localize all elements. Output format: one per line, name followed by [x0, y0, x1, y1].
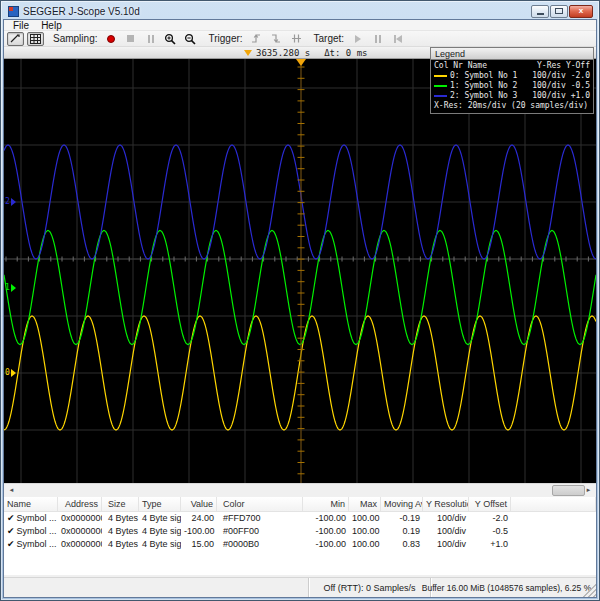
col-size[interactable]: Size — [102, 497, 139, 511]
legend-window: Legend Col Nr NameY-Res Y-Off 0: Symbol … — [430, 47, 594, 114]
record-icon — [107, 35, 115, 43]
play-icon — [355, 35, 361, 43]
marker-arrow-icon — [11, 198, 16, 206]
zoom-in-button[interactable] — [162, 32, 179, 46]
status-bar: Off (RTT): 0 Samples/s Buffer 16.00 MiB … — [4, 577, 596, 597]
target-label: Target: — [314, 33, 345, 44]
table-row[interactable]: ✔Symbol ... 0x00000000 4 Bytes 4 Byte si… — [4, 512, 596, 525]
pause-icon — [148, 35, 150, 43]
table-icon — [30, 34, 41, 44]
target-start-button[interactable] — [349, 32, 366, 46]
channel-marker-1[interactable]: 1 — [5, 284, 16, 292]
zoom-out-button[interactable] — [182, 32, 199, 46]
toolbar: Sampling: Trigger: Target: — [4, 31, 596, 47]
cursor-delta: Δt: 0 ms — [324, 48, 367, 58]
window-title: SEGGER J-Scope V5.10d — [23, 6, 530, 17]
waveform-plot[interactable]: 012 — [4, 59, 596, 483]
cursor-flag-icon — [244, 50, 252, 56]
col-address[interactable]: Address — [58, 497, 102, 511]
col-color[interactable]: Color — [217, 497, 303, 511]
enabled-check-icon[interactable]: ✔ — [7, 513, 15, 523]
zoom-in-icon — [164, 33, 177, 45]
legend-header-row: Col Nr NameY-Res Y-Off — [434, 61, 590, 71]
cursor-time: 3635.280 s — [256, 48, 310, 58]
trigger-rising-edge-button[interactable] — [248, 32, 265, 46]
waveform-canvas — [4, 59, 596, 483]
sampling-label: Sampling: — [53, 33, 97, 44]
rising-edge-icon — [251, 33, 262, 44]
graph-pane: 3635.280 s Δt: 0 ms 012 Legend Col Nr Na… — [4, 47, 596, 483]
col-type[interactable]: Type — [139, 497, 181, 511]
zoom-out-icon — [184, 33, 197, 45]
marker-arrow-icon — [11, 284, 16, 292]
trigger-level-icon — [291, 33, 302, 44]
graph-view-toggle-button[interactable] — [7, 32, 24, 46]
legend-row-1: 1: Symbol No 2100/div -0.5 — [434, 81, 590, 91]
sampling-start-button[interactable] — [102, 32, 119, 46]
enabled-check-icon[interactable]: ✔ — [7, 539, 15, 549]
minimize-button[interactable] — [531, 5, 549, 18]
marker-arrow-icon — [11, 369, 16, 377]
symbol-table: Name Address Size Type Value Color Min M… — [4, 497, 596, 575]
trigger-falling-edge-button[interactable] — [268, 32, 285, 46]
maximize-button[interactable] — [550, 5, 568, 18]
app-icon — [8, 6, 19, 17]
series-1-swatch — [434, 85, 447, 87]
reset-icon — [394, 35, 402, 43]
halt-icon — [375, 35, 377, 43]
scrollbar-thumb[interactable] — [552, 485, 585, 496]
legend-body: Col Nr NameY-Res Y-Off 0: Symbol No 1100… — [431, 60, 593, 113]
table-row[interactable]: ✔Symbol ... 0x00000000 4 Bytes 4 Byte si… — [4, 525, 596, 538]
sampling-pause-button[interactable] — [142, 32, 159, 46]
series-2-swatch — [434, 95, 447, 97]
maximize-icon — [555, 8, 563, 14]
col-value[interactable]: Value — [181, 497, 217, 511]
client-area: File Help Sampling: Trigger: — [3, 19, 597, 598]
series-0-swatch — [434, 75, 447, 77]
scroll-left-button[interactable]: ◄ — [4, 484, 19, 497]
enabled-check-icon[interactable]: ✔ — [7, 526, 15, 536]
resize-grip[interactable] — [582, 578, 596, 597]
plot-horizontal-scrollbar: ◄ ► — [4, 483, 596, 497]
legend-row-0: 0: Symbol No 1100/div -2.0 — [434, 71, 590, 81]
sampling-stop-button[interactable] — [122, 32, 139, 46]
legend-xres-row: X-Res: 20ms/div (20 samples/div) — [434, 101, 590, 111]
channel-marker-2[interactable]: 2 — [5, 198, 16, 206]
target-reset-button[interactable] — [389, 32, 406, 46]
col-moving-average[interactable]: Moving Av... — [381, 497, 423, 511]
app-window: SEGGER J-Scope V5.10d x File Help Sampli… — [0, 0, 600, 601]
col-name[interactable]: Name — [4, 497, 58, 511]
title-bar[interactable]: SEGGER J-Scope V5.10d x — [3, 3, 597, 19]
buffer-status: Buffer 16.00 MiB (1048576 samples), 6.25… — [430, 578, 582, 597]
col-y-resolution[interactable]: Y Resolution — [423, 497, 469, 511]
table-header-row: Name Address Size Type Value Color Min M… — [4, 497, 596, 512]
channel-marker-0[interactable]: 0 — [5, 369, 16, 377]
menu-help[interactable]: Help — [35, 20, 68, 31]
col-min[interactable]: Min — [303, 497, 349, 511]
col-max[interactable]: Max — [349, 497, 381, 511]
table-view-toggle-button[interactable] — [27, 32, 44, 46]
waveform-icon — [10, 34, 21, 44]
legend-title-bar[interactable]: Legend — [431, 48, 593, 60]
trigger-label: Trigger: — [208, 33, 242, 44]
col-y-offset[interactable]: Y Offset — [469, 497, 511, 511]
scrollbar-track[interactable] — [19, 484, 581, 497]
falling-edge-icon — [271, 33, 282, 44]
close-button[interactable]: x — [569, 5, 593, 18]
minimize-icon — [537, 13, 544, 15]
close-icon: x — [579, 7, 583, 15]
sampling-status: Off (RTT): 0 Samples/s — [308, 578, 430, 597]
trigger-level-button[interactable] — [288, 32, 305, 46]
menu-file[interactable]: File — [7, 20, 35, 31]
target-halt-button[interactable] — [369, 32, 386, 46]
legend-row-2: 2: Symbol No 3100/div +1.0 — [434, 91, 590, 101]
table-row[interactable]: ✔Symbol ... 0x00000000 4 Bytes 4 Byte si… — [4, 538, 596, 551]
stop-icon — [127, 35, 134, 42]
menu-bar: File Help — [4, 20, 596, 31]
